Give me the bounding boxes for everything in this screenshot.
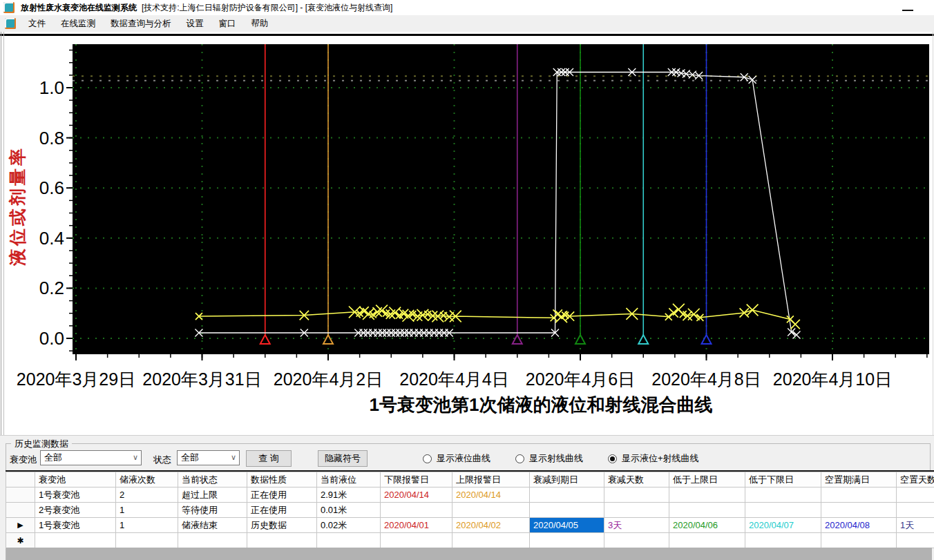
table-cell[interactable]	[116, 533, 178, 548]
table-cell[interactable]	[381, 533, 452, 548]
menu-item[interactable]: 在线监测	[53, 15, 103, 32]
table-cell[interactable]	[669, 487, 745, 503]
table-cell[interactable]	[530, 487, 604, 503]
pool-filter-select[interactable]: 全部 ∨	[40, 450, 142, 465]
table-cell[interactable]: 2	[116, 487, 178, 503]
app-icon	[3, 2, 15, 13]
table-cell[interactable]	[178, 533, 247, 548]
table-cell[interactable]: 2020/04/08	[821, 518, 897, 533]
new-row-indicator[interactable]: ✱	[6, 533, 35, 548]
table-cell[interactable]: 2020/04/05	[530, 518, 604, 533]
table-cell[interactable]	[35, 533, 116, 548]
table-cell[interactable]	[745, 487, 821, 503]
table-cell[interactable]: 2020/04/06	[669, 518, 745, 533]
table-cell[interactable]: 超过上限	[178, 487, 247, 503]
table-cell[interactable]	[530, 503, 604, 518]
table-cell[interactable]: 2.91米	[317, 487, 381, 503]
table-cell[interactable]: 2020/04/02	[452, 518, 530, 533]
table-cell[interactable]: 历史数据	[247, 518, 317, 533]
table-column-header[interactable]: 衰减天数	[604, 472, 669, 487]
menu-bar: 文件在线监测数据查询与分析设置窗口帮助	[0, 15, 934, 32]
radio-dot-icon	[423, 454, 432, 463]
table-cell[interactable]	[247, 533, 317, 548]
svg-text:2020年3月31日: 2020年3月31日	[142, 369, 261, 389]
row-selector-cell[interactable]	[6, 487, 35, 503]
table-cell[interactable]: 正在使用	[247, 503, 317, 518]
svg-text:2020年3月29日: 2020年3月29日	[17, 369, 135, 389]
table-cell[interactable]	[452, 533, 530, 548]
menu-item[interactable]: 设置	[179, 15, 211, 32]
table-cell[interactable]	[530, 533, 604, 548]
table-cell[interactable]	[745, 503, 821, 518]
table-cell[interactable]	[897, 487, 934, 503]
table-column-header[interactable]: 上限报警日	[452, 472, 530, 487]
table-cell[interactable]: 2号衰变池	[35, 503, 116, 518]
hide-symbols-button[interactable]: 隐藏符号	[318, 450, 368, 467]
table-cell[interactable]	[604, 487, 669, 503]
minimize-icon[interactable]	[902, 3, 913, 11]
table-cell[interactable]: 2020/04/07	[745, 518, 821, 533]
status-filter-label: 状态	[153, 454, 171, 466]
status-filter-select[interactable]: 全部 ∨	[177, 450, 240, 465]
svg-text:2020年4月6日: 2020年4月6日	[526, 369, 635, 389]
table-cell[interactable]	[745, 533, 821, 548]
query-button[interactable]: 查 询	[246, 450, 292, 467]
table-column-header[interactable]: 当前状态	[178, 472, 247, 487]
table-column-header[interactable]: 衰减到期日	[530, 472, 604, 487]
table-column-header[interactable]: 下限报警日	[381, 472, 452, 487]
svg-text:液位或剂量率: 液位或剂量率	[8, 146, 27, 267]
table-column-header[interactable]: 数据性质	[247, 472, 317, 487]
table-cell[interactable]: 1	[116, 503, 178, 518]
table-cell[interactable]: 正在使用	[247, 487, 317, 503]
table-cell[interactable]: 3天	[604, 518, 669, 533]
table-cell[interactable]: 1号衰变池	[35, 487, 116, 503]
table-column-header[interactable]: 低于下限日	[745, 472, 821, 487]
table-column-header[interactable]: 衰变池	[35, 472, 116, 487]
table-column-header[interactable]: 低于上限日	[669, 472, 745, 487]
table-cell[interactable]: 1天	[897, 518, 934, 533]
table-cell[interactable]	[604, 533, 669, 548]
svg-text:1号衰变池第1次储液的液位和射线混合曲线: 1号衰变池第1次储液的液位和射线混合曲线	[370, 394, 713, 415]
table-cell[interactable]	[669, 503, 745, 518]
row-selector-cell[interactable]	[6, 503, 35, 518]
svg-text:1.0: 1.0	[39, 77, 64, 98]
table-column-header[interactable]: 当前液位	[317, 472, 381, 487]
table-cell[interactable]: 1	[116, 518, 178, 533]
current-row-indicator[interactable]: ▶	[6, 518, 35, 533]
table-cell[interactable]	[381, 503, 452, 518]
radio-level-and-ray-curve[interactable]: 显示液位+射线曲线	[608, 452, 699, 465]
history-panel: 历史监测数据 衰变池 全部 ∨ 状态 全部 ∨ 查 询 隐藏符号 显示液位曲线显…	[0, 435, 934, 560]
table-cell[interactable]: 1号衰变池	[35, 518, 116, 533]
menu-item[interactable]: 帮助	[244, 15, 276, 32]
pool-filter-label: 衰变池	[10, 454, 37, 466]
table-cell[interactable]: 等待使用	[178, 503, 247, 518]
table-cell[interactable]	[604, 503, 669, 518]
table-cell[interactable]: 2020/04/14	[381, 487, 452, 503]
svg-text:2020年4月10日: 2020年4月10日	[773, 369, 892, 389]
table-cell[interactable]	[821, 533, 897, 548]
menu-item[interactable]: 文件	[21, 15, 53, 32]
row-selector-header	[6, 472, 35, 487]
radio-ray-curve[interactable]: 显示射线曲线	[515, 452, 583, 465]
table-cell[interactable]: 储液结束	[178, 518, 247, 533]
table-cell[interactable]	[452, 503, 530, 518]
table-cell[interactable]: 2020/04/01	[381, 518, 452, 533]
table-cell[interactable]	[317, 533, 381, 548]
table-cell[interactable]	[669, 533, 745, 548]
table-cell[interactable]: 0.02米	[317, 518, 381, 533]
table-cell[interactable]	[897, 533, 934, 548]
radio-level-curve[interactable]: 显示液位曲线	[423, 452, 490, 465]
table-cell[interactable]	[897, 503, 934, 518]
table-column-header[interactable]: 储液次数	[116, 472, 178, 487]
table-cell[interactable]: 2020/04/14	[452, 487, 530, 503]
chart-area: 0.00.20.40.60.81.02020年3月29日2020年3月31日20…	[0, 32, 934, 435]
table-cell[interactable]	[821, 487, 897, 503]
table-cell[interactable]: 0.01米	[317, 503, 381, 518]
table-column-header[interactable]: 空置天数	[897, 472, 934, 487]
table-column-header[interactable]: 空置期满日	[821, 472, 897, 487]
status-filter-value: 全部	[181, 452, 199, 464]
menu-item[interactable]: 数据查询与分析	[103, 15, 179, 32]
menu-item[interactable]: 窗口	[211, 15, 244, 32]
table-empty-area	[6, 548, 932, 560]
table-cell[interactable]	[821, 503, 897, 518]
